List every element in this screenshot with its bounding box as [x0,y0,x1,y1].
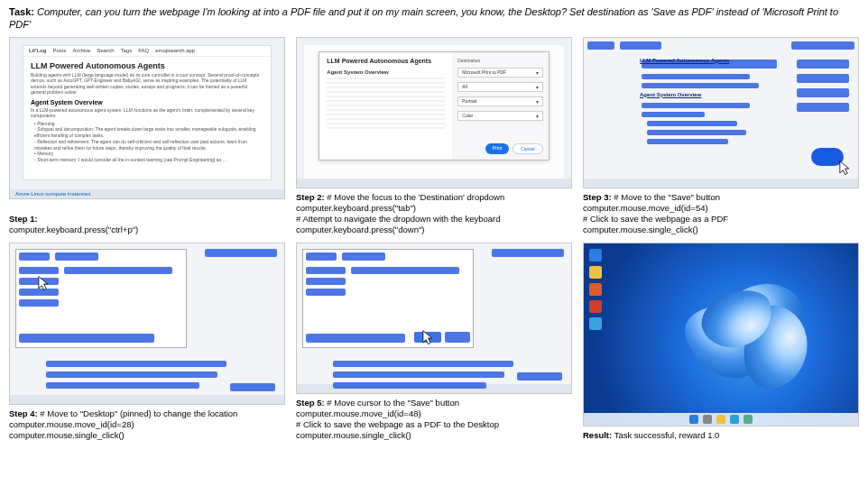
annot-box [797,60,849,69]
task-text: Computer, can you turn the webpage I'm l… [9,6,838,30]
app-icon[interactable] [589,283,602,296]
preview-title: LLM Powered Autonomous Agents [327,58,445,64]
annot-box [306,267,346,274]
destination-dropdown[interactable]: Microsoft Print to PDF [457,68,542,78]
annot-box [642,103,750,108]
screenshot-step4 [9,243,285,405]
annot-box [230,383,275,391]
task-icon[interactable] [743,415,753,424]
blog-bullets: • Planning ◦ Subgoal and decomposition: … [34,121,260,163]
annot-box [46,371,217,378]
windows-taskbar[interactable] [584,413,858,426]
step-line: # Move to "Desktop" (pinned) to change t… [40,408,237,418]
annot-box [333,361,513,367]
step-line: # Move cursor to the "Save" button [327,398,459,408]
annot-box [587,41,614,50]
annot-box [791,41,854,50]
annot-box [797,74,849,83]
annot-box [333,371,504,378]
blog-section: Agent System Overview [31,99,263,105]
step-line: computer.keyboard.press("tab") [296,203,416,213]
print-settings: Destination Microsoft Print to PDF All P… [452,52,548,160]
annot-box [19,289,59,296]
task-icon[interactable] [730,415,739,424]
annot-box [517,372,562,381]
annot-box [620,41,661,50]
desktop-pinned[interactable] [19,278,59,285]
caption-result: Result: Task successful, reward 1.0 [583,430,859,441]
app-icon[interactable] [589,317,602,330]
blog-para2: In a LLM-powered autonomous agent system… [31,107,263,119]
color-dropdown[interactable]: Color [457,111,542,121]
annot-box [797,88,849,97]
task-icon[interactable] [716,415,725,424]
panel-step4: Step 4: # Move to "Desktop" (pinned) to … [9,243,285,441]
edge-icon[interactable] [589,249,602,261]
annot-box [333,382,486,389]
step-line: Task successful, reward 1.0 [614,430,720,440]
screenshot-step2: LLM Powered Autonomous Agents Agent Syst… [296,37,572,189]
annot-box [642,112,705,117]
save-button[interactable] [414,332,441,343]
caption-step3: Step 3: # Move to the "Save" button comp… [583,192,859,235]
screenshot-step1: Lil'Log Posts Archive Search Tags FAQ em… [9,37,285,199]
annot-box [647,130,746,135]
layout-dropdown[interactable]: Portrait [457,96,542,106]
caption-step2: Step 2: # Move the focus to the 'Destina… [296,192,572,235]
step-line: computer.keyboard.press("down") [296,225,424,234]
desktop-icons [589,249,602,330]
bullet-item: ◦ Subgoal and decomposition: The agent b… [34,126,260,139]
step-label: Step 3: [583,192,612,202]
step-line: computer.mouse.move_id(id=54) [583,203,708,213]
folder-icon[interactable] [589,266,602,279]
blog-nav: Lil'Log Posts Archive Search Tags FAQ em… [23,46,271,57]
step-label: Step 4: [9,408,38,418]
annot-box [306,252,337,261]
nav-item: emojisearch.app [155,48,195,53]
bullet-item: ◦ Short-term memory: I would consider al… [34,157,260,163]
annot-box [306,334,405,343]
taskbar [584,179,858,188]
bullet-item: ◦ Reflection and refinement: The agent c… [34,139,260,151]
windows-desktop [584,243,858,426]
annot-box [306,278,346,285]
annot-box [797,103,849,112]
annot-box [647,139,728,144]
step-line: computer.mouse.single_click() [583,225,698,234]
pages-dropdown[interactable]: All [457,82,542,92]
panel-result: Result: Task successful, reward 1.0 [583,243,859,441]
caption-step4: Step 4: # Move to "Desktop" (pinned) to … [9,408,285,441]
taskbar [297,179,571,188]
task-icon[interactable] [703,415,712,424]
cancel-button[interactable]: Cancel [512,143,543,154]
bullet-heading: • Memory [34,151,260,157]
nav-item: Posts [52,48,66,53]
step-label: Step 5: [296,398,325,408]
annot-box [46,361,226,367]
start-icon[interactable] [689,415,698,424]
step-line: computer.mouse.move_id(id=28) [9,419,134,429]
print-button[interactable]: Print [485,143,509,154]
save-button[interactable] [811,148,844,166]
azure-note: Azure Linux compute instances [15,191,90,197]
cancel-button[interactable] [445,332,470,343]
print-dialog[interactable]: LLM Powered Autonomous Agents Agent Syst… [319,51,549,161]
annot-box [46,382,199,389]
step-label: Result: [583,430,612,440]
annot-box [55,252,98,261]
annot-section: Agent System Overview [640,92,701,97]
blog-title: LLM Powered Autonomous Agents [31,61,263,70]
bullet-heading: • Planning [34,121,260,127]
step-line: computer.mouse.single_click() [296,430,411,440]
taskbar [10,395,284,404]
windows-bloom [674,276,825,389]
pdf-icon[interactable] [589,300,602,313]
preview-section: Agent System Overview [327,69,445,75]
annot-box [19,267,59,274]
step-label: Step 1: [9,214,38,224]
caption-step5: Step 5: # Move cursor to the "Save" butt… [296,398,572,441]
annot-box [64,267,172,274]
blog-logo: Lil'Log [29,48,46,53]
panels-grid: Lil'Log Posts Archive Search Tags FAQ em… [9,37,859,441]
annot-box [342,252,385,261]
